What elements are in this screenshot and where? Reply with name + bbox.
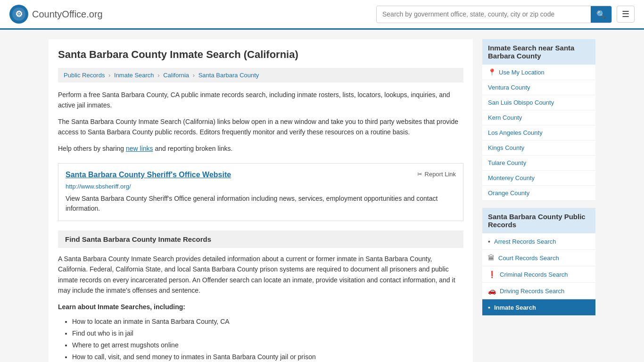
svg-text:⚙: ⚙ [15,9,23,19]
list-item: How to locate an inmate in Santa Barbara… [72,316,463,328]
bullet-list: How to locate an inmate in Santa Barbara… [58,316,463,362]
logo-text: CountyOffice.org [32,9,103,20]
breadcrumb-california[interactable]: California [163,72,189,79]
sidebar-item-ventura[interactable]: Ventura County [482,80,595,95]
logo[interactable]: ⚙ CountyOffice.org [9,5,103,24]
sidebar-item-san-luis[interactable]: San Luis Obispo County [482,95,595,110]
sidebar-inmate-search[interactable]: ▪ Inmate Search [482,299,595,316]
sidebar-item-kern[interactable]: Kern County [482,110,595,125]
scissors-icon: ✂ [417,171,422,178]
location-pin-icon: 📍 [488,68,496,76]
main-container: Santa Barbara County Inmate Search (Cali… [39,30,605,362]
public-records-section: Santa Barbara County Public Records ▪ Ar… [482,208,595,316]
sidebar-criminal-records[interactable]: ❗ Criminal Records Search [482,266,595,283]
resource-title-link[interactable]: Santa Barbara County Sheriff's Office We… [66,171,231,179]
nearby-section-header: Inmate Search near Santa Barbara County [482,39,595,65]
list-item: Where to get arrest mugshots online [72,339,463,351]
content-area: Santa Barbara County Inmate Search (Cali… [49,39,473,362]
sidebar-item-tulare[interactable]: Tulare County [482,156,595,171]
list-item: Find out who is in jail [72,328,463,339]
search-button[interactable]: 🔍 [591,6,611,23]
sidebar-item-los-angeles[interactable]: Los Angeles County [482,125,595,140]
use-location-link[interactable]: Use My Location [499,69,545,76]
intro-paragraph-2: The Santa Barbara County Inmate Search (… [58,116,463,138]
sidebar-driving-records[interactable]: 🚗 Driving Records Search [482,283,595,299]
sidebar: Inmate Search near Santa Barbara County … [482,39,595,362]
find-section-body: A Santa Barbara County Inmate Search pro… [58,254,463,296]
sidebar-court-records[interactable]: 🏛 Court Records Search [482,250,595,266]
page-title: Santa Barbara County Inmate Search (Cali… [58,49,463,61]
nearby-section: Inmate Search near Santa Barbara County … [482,39,595,201]
report-link[interactable]: ✂ Report Link [417,171,456,178]
breadcrumb-public-records[interactable]: Public Records [64,72,105,79]
header-right: 🔍 ☰ [376,6,635,23]
court-icon: 🏛 [488,254,495,262]
intro-paragraph-3: Help others by sharing new links and rep… [58,143,463,154]
sidebar-arrest-records[interactable]: ▪ Arrest Records Search [482,233,595,250]
breadcrumb: Public Records › Inmate Search › Califor… [58,68,463,82]
sidebar-item-kings[interactable]: Kings County [482,140,595,156]
use-my-location-item[interactable]: 📍 Use My Location [482,65,595,80]
find-section-title: Find Santa Barbara County Inmate Records [65,235,456,243]
public-records-header: Santa Barbara County Public Records [482,208,595,233]
find-section-box: Find Santa Barbara County Inmate Records [58,230,463,248]
resource-block: Santa Barbara County Sheriff's Office We… [58,163,463,221]
intro-paragraph-1: Perform a free Santa Barbara County, CA … [58,90,463,111]
search-input[interactable] [377,7,591,22]
learn-label: Learn about Inmate Searches, including: [58,302,463,312]
resource-url[interactable]: http://www.sbsheriff.org/ [66,183,456,190]
arrest-icon: ▪ [488,238,490,245]
logo-icon: ⚙ [9,5,28,24]
site-header: ⚙ CountyOffice.org 🔍 ☰ [0,0,644,30]
menu-button[interactable]: ☰ [617,6,635,23]
criminal-icon: ❗ [488,271,496,278]
search-bar: 🔍 [376,6,612,23]
resource-header: Santa Barbara County Sheriff's Office We… [66,171,456,179]
sidebar-item-monterey[interactable]: Monterey County [482,171,595,186]
driving-icon: 🚗 [488,287,496,295]
new-links-link[interactable]: new links [126,145,153,152]
breadcrumb-santa-barbara[interactable]: Santa Barbara County [198,72,259,79]
sidebar-item-orange[interactable]: Orange County [482,186,595,201]
breadcrumb-inmate-search[interactable]: Inmate Search [114,72,154,79]
resource-description: View Santa Barbara County Sheriff's Offi… [66,194,456,214]
list-item: How to call, visit, and send money to in… [72,351,463,362]
inmate-icon: ▪ [488,304,490,311]
